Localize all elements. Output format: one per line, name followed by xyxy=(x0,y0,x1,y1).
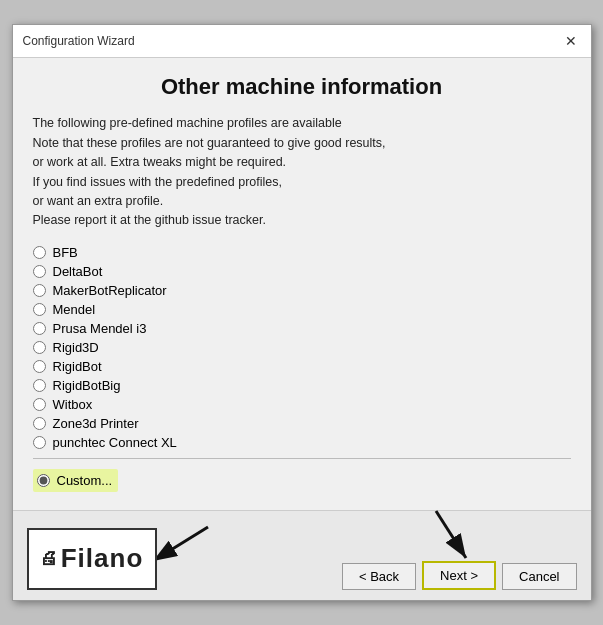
list-item: BFB xyxy=(33,243,571,262)
logo-icon: 🖨 xyxy=(40,548,59,569)
radio-bfb[interactable] xyxy=(33,246,46,259)
main-content: Other machine information The following … xyxy=(13,58,591,509)
radio-mendel[interactable] xyxy=(33,303,46,316)
radio-punchtec[interactable] xyxy=(33,436,46,449)
window-title: Configuration Wizard xyxy=(23,34,135,48)
radio-rigidbotbig[interactable] xyxy=(33,379,46,392)
radio-makerbotreplicator[interactable] xyxy=(33,284,46,297)
list-item: Zone3d Printer xyxy=(33,414,571,433)
list-item-custom: Custom... xyxy=(33,467,571,494)
svg-line-1 xyxy=(153,527,208,561)
desc-line-6: Please report it at the github issue tra… xyxy=(33,213,266,227)
configuration-wizard-window: Configuration Wizard ✕ Other machine inf… xyxy=(12,24,592,600)
list-item: Prusa Mendel i3 xyxy=(33,319,571,338)
machine-list: BFB DeltaBot MakerBotReplicator Mendel P… xyxy=(33,243,571,452)
svg-line-3 xyxy=(436,511,466,558)
back-button[interactable]: < Back xyxy=(342,563,416,590)
list-item: Mendel xyxy=(33,300,571,319)
description-text: The following pre-defined machine profil… xyxy=(33,114,571,230)
radio-witbox[interactable] xyxy=(33,398,46,411)
radio-rigidbot[interactable] xyxy=(33,360,46,373)
desc-line-2: Note that these profiles are not guarant… xyxy=(33,136,386,150)
list-item: Witbox xyxy=(33,395,571,414)
desc-line-4: If you find issues with the predefined p… xyxy=(33,175,282,189)
divider xyxy=(33,458,571,459)
desc-line-1: The following pre-defined machine profil… xyxy=(33,116,342,130)
custom-option-highlight: Custom... xyxy=(33,469,119,492)
desc-line-5: or want an extra profile. xyxy=(33,194,164,208)
radio-custom[interactable] xyxy=(37,474,50,487)
custom-machine-list: Custom... xyxy=(33,467,571,494)
bottom-area: 🖨 Filano < Back Next > Cancel xyxy=(13,510,591,600)
list-item: DeltaBot xyxy=(33,262,571,281)
radio-zone3d[interactable] xyxy=(33,417,46,430)
title-bar: Configuration Wizard ✕ xyxy=(13,25,591,58)
list-item: RigidBotBig xyxy=(33,376,571,395)
page-title: Other machine information xyxy=(33,74,571,100)
desc-line-3: or work at all. Extra tweaks might be re… xyxy=(33,155,287,169)
arrow-right-icon xyxy=(421,506,486,571)
radio-rigid3d[interactable] xyxy=(33,341,46,354)
logo-text: Filano xyxy=(61,543,144,574)
radio-prusa-mendel-i3[interactable] xyxy=(33,322,46,335)
radio-deltabot[interactable] xyxy=(33,265,46,278)
list-item: punchtec Connect XL xyxy=(33,433,571,452)
list-item: Rigid3D xyxy=(33,338,571,357)
custom-label: Custom... xyxy=(57,473,113,488)
list-item: RigidBot xyxy=(33,357,571,376)
close-button[interactable]: ✕ xyxy=(561,31,581,51)
logo-box: 🖨 Filano xyxy=(27,528,157,590)
list-item: MakerBotReplicator xyxy=(33,281,571,300)
cancel-button[interactable]: Cancel xyxy=(502,563,576,590)
